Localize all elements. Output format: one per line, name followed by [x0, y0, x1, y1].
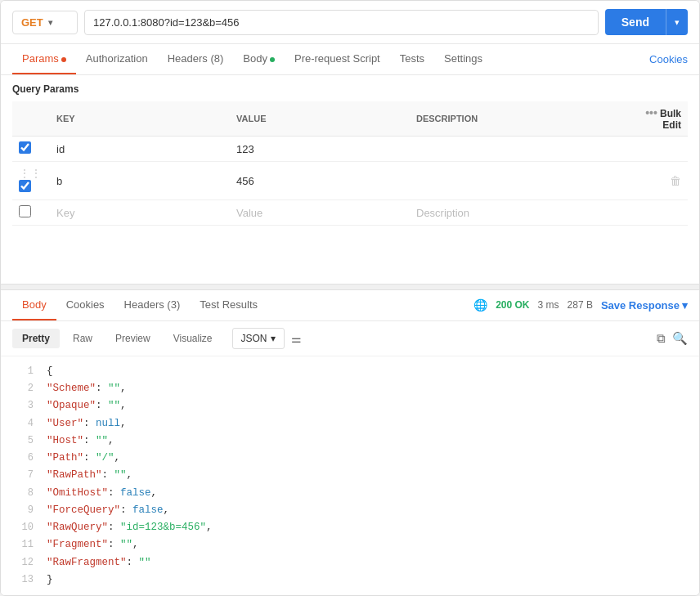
placeholder-actions-cell — [639, 200, 688, 226]
line-number: 3 — [9, 397, 34, 414]
row2-value-cell: 456 — [230, 162, 410, 200]
placeholder-value: Value — [236, 207, 262, 219]
url-input[interactable] — [84, 10, 599, 35]
row2-desc-cell — [410, 162, 639, 200]
line-content: "RawQuery": "id=123&b=456", — [47, 519, 213, 536]
tab-settings[interactable]: Settings — [434, 44, 492, 74]
resp-tab-cookies[interactable]: Cookies — [56, 290, 114, 320]
top-bar: GET ▾ Send ▾ — [1, 1, 699, 44]
fmt-tab-visualize[interactable]: Visualize — [164, 329, 222, 348]
json-format-selector[interactable]: JSON ▾ — [232, 328, 285, 349]
json-value: "id=123&b=456" — [120, 522, 206, 533]
tab-tests[interactable]: Tests — [390, 44, 434, 74]
tab-authorization[interactable]: Authorization — [76, 44, 158, 74]
query-params-section: Query Params KEY VALUE DESCRIPTION ••• B… — [1, 75, 699, 226]
app-container: GET ▾ Send ▾ Params Authorization Header… — [0, 0, 700, 596]
json-value: "" — [120, 539, 132, 550]
code-line: 8 "OmitHost": false, — [1, 485, 699, 502]
line-content: "RawPath": "", — [47, 467, 132, 484]
send-btn-group: Send ▾ — [605, 9, 688, 35]
send-button[interactable]: Send — [605, 9, 666, 35]
code-line: 12 "RawFragment": "" — [1, 554, 699, 571]
fmt-tab-raw[interactable]: Raw — [63, 329, 102, 348]
line-number: 13 — [9, 571, 34, 588]
placeholder-description: Description — [416, 207, 469, 219]
code-line: 13} — [1, 571, 699, 589]
tab-headers[interactable]: Headers (8) — [158, 44, 234, 74]
line-number: 9 — [9, 502, 34, 518]
line-content: "User": null, — [47, 415, 127, 432]
row1-desc-cell — [410, 137, 639, 162]
response-status-area: 🌐 200 OK 3 ms 287 B Save Response ▾ — [473, 298, 688, 311]
tab-body[interactable]: Body — [233, 44, 285, 74]
tab-prerequest[interactable]: Pre-request Script — [285, 44, 390, 74]
row2-actions-cell: 🗑 — [639, 162, 688, 200]
json-value: "" — [108, 400, 120, 411]
send-dropdown-button[interactable]: ▾ — [666, 9, 688, 35]
row1-checkbox[interactable] — [19, 141, 31, 154]
json-key: "ForceQuery" — [47, 504, 120, 516]
placeholder-key-cell: Key — [50, 200, 230, 226]
json-value: false — [120, 487, 151, 499]
col-header-check — [12, 101, 50, 137]
filter-icon[interactable]: ⚌ — [291, 332, 302, 345]
resp-tab-body[interactable]: Body — [12, 290, 56, 320]
line-content: { — [47, 363, 53, 380]
resp-tab-headers[interactable]: Headers (3) — [114, 290, 191, 320]
col-header-value: VALUE — [230, 101, 410, 137]
line-number: 12 — [9, 554, 34, 571]
row2-checkbox[interactable] — [19, 180, 31, 192]
json-value: "" — [108, 383, 120, 394]
request-tabs: Params Authorization Headers (8) Body Pr… — [1, 44, 699, 75]
globe-icon: 🌐 — [473, 298, 487, 311]
body-dot — [270, 57, 275, 62]
bracket: } — [47, 574, 53, 585]
row1-value: 123 — [236, 143, 254, 155]
row2-check-cell: ⋮⋮ — [12, 162, 50, 200]
json-format-chevron-icon: ▾ — [271, 333, 276, 344]
fmt-tab-pretty[interactable]: Pretty — [12, 329, 60, 348]
more-options-icon[interactable]: ••• — [645, 106, 657, 119]
method-selector[interactable]: GET ▾ — [12, 11, 78, 34]
line-content: "OmitHost": false, — [47, 485, 157, 502]
bulk-edit-button[interactable]: Bulk Edit — [660, 108, 681, 131]
line-content: "Path": "/", — [47, 450, 120, 467]
copy-icon[interactable]: ⧉ — [657, 331, 666, 346]
method-chevron-icon: ▾ — [48, 18, 52, 27]
code-line: 5 "Host": "", — [1, 432, 699, 450]
row1-actions-cell — [639, 137, 688, 162]
drag-handle-icon[interactable]: ⋮⋮ — [19, 167, 42, 180]
json-value: null — [96, 418, 120, 429]
row2-key: b — [56, 175, 62, 187]
section-divider — [1, 284, 699, 290]
table-row: id 123 — [12, 137, 688, 162]
save-response-button[interactable]: Save Response ▾ — [601, 299, 688, 311]
tab-params[interactable]: Params — [12, 44, 76, 74]
delete-row2-icon[interactable]: 🗑 — [670, 174, 681, 187]
json-key: "User" — [47, 418, 83, 429]
json-key: "RawQuery" — [47, 522, 108, 533]
code-line: 4 "User": null, — [1, 415, 699, 432]
line-content: "RawFragment": "" — [47, 554, 151, 571]
fmt-tab-preview[interactable]: Preview — [105, 329, 160, 348]
line-content: "Opaque": "", — [47, 397, 127, 415]
placeholder-checkbox[interactable] — [19, 205, 31, 217]
code-line: 7 "RawPath": "", — [1, 467, 699, 484]
resp-tab-test-results[interactable]: Test Results — [190, 290, 267, 320]
row2-value: 456 — [236, 175, 254, 187]
line-number: 6 — [9, 450, 34, 466]
line-content: "Host": "", — [47, 432, 114, 450]
line-content: "ForceQuery": false, — [47, 502, 169, 519]
status-ok-text: 200 OK — [496, 299, 529, 311]
line-content: "Fragment": "", — [47, 536, 139, 553]
json-key: "Path" — [47, 452, 83, 464]
json-key: "OmitHost" — [47, 487, 108, 499]
json-format-label: JSON — [241, 333, 267, 344]
code-line: 6 "Path": "/", — [1, 450, 699, 467]
params-table: KEY VALUE DESCRIPTION ••• Bulk Edit id — [12, 101, 688, 226]
json-key: "Fragment" — [47, 539, 108, 550]
json-value: false — [132, 504, 164, 516]
search-icon[interactable]: 🔍 — [672, 331, 688, 346]
bracket: { — [47, 365, 53, 377]
cookies-link[interactable]: Cookies — [649, 53, 688, 65]
